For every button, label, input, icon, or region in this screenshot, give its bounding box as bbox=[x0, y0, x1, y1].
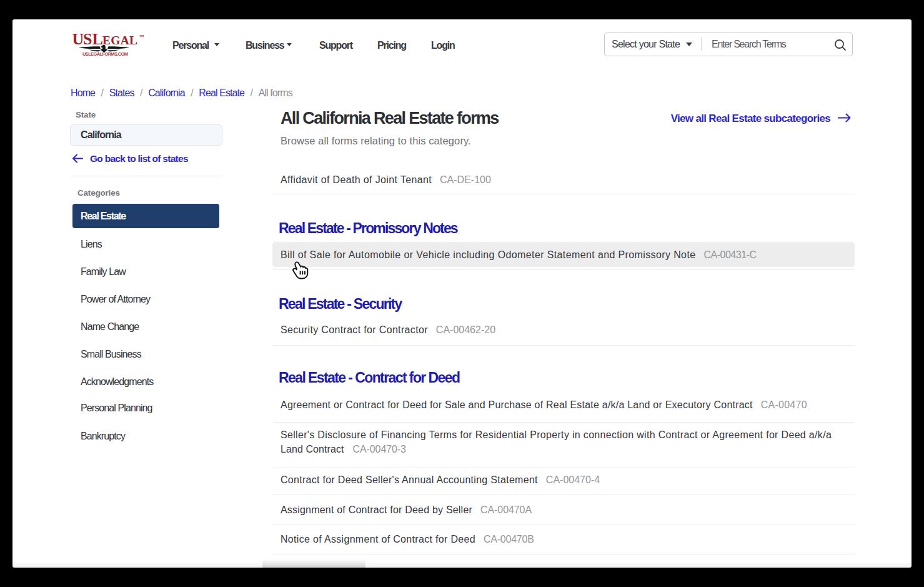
svg-text:EGAL: EGAL bbox=[102, 34, 137, 47]
svg-text:L: L bbox=[92, 31, 103, 48]
svg-text:USLEGALFORMS.COM: USLEGALFORMS.COM bbox=[82, 51, 128, 57]
svg-text:US: US bbox=[72, 31, 92, 48]
svg-text:TM: TM bbox=[139, 34, 144, 38]
